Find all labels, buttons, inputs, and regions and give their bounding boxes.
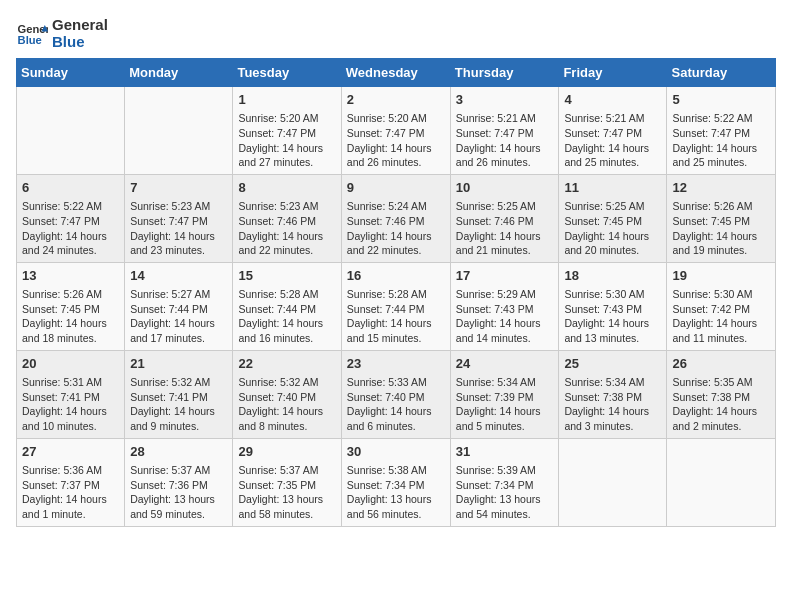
- calendar-cell: 8Sunrise: 5:23 AM Sunset: 7:46 PM Daylig…: [233, 174, 341, 262]
- svg-text:Blue: Blue: [18, 34, 42, 46]
- week-row-4: 20Sunrise: 5:31 AM Sunset: 7:41 PM Dayli…: [17, 350, 776, 438]
- calendar-cell: [17, 87, 125, 175]
- day-number: 8: [238, 179, 335, 197]
- calendar-cell: 16Sunrise: 5:28 AM Sunset: 7:44 PM Dayli…: [341, 262, 450, 350]
- calendar-cell: 14Sunrise: 5:27 AM Sunset: 7:44 PM Dayli…: [125, 262, 233, 350]
- day-number: 24: [456, 355, 554, 373]
- day-number: 30: [347, 443, 445, 461]
- calendar-cell: 15Sunrise: 5:28 AM Sunset: 7:44 PM Dayli…: [233, 262, 341, 350]
- cell-info: Sunrise: 5:38 AM Sunset: 7:34 PM Dayligh…: [347, 463, 445, 522]
- cell-info: Sunrise: 5:29 AM Sunset: 7:43 PM Dayligh…: [456, 287, 554, 346]
- calendar-cell: 29Sunrise: 5:37 AM Sunset: 7:35 PM Dayli…: [233, 438, 341, 526]
- day-number: 4: [564, 91, 661, 109]
- calendar-cell: 19Sunrise: 5:30 AM Sunset: 7:42 PM Dayli…: [667, 262, 776, 350]
- cell-info: Sunrise: 5:25 AM Sunset: 7:46 PM Dayligh…: [456, 199, 554, 258]
- day-number: 3: [456, 91, 554, 109]
- cell-info: Sunrise: 5:23 AM Sunset: 7:47 PM Dayligh…: [130, 199, 227, 258]
- cell-info: Sunrise: 5:35 AM Sunset: 7:38 PM Dayligh…: [672, 375, 770, 434]
- calendar-cell: 10Sunrise: 5:25 AM Sunset: 7:46 PM Dayli…: [450, 174, 559, 262]
- day-number: 13: [22, 267, 119, 285]
- cell-info: Sunrise: 5:37 AM Sunset: 7:35 PM Dayligh…: [238, 463, 335, 522]
- cell-info: Sunrise: 5:30 AM Sunset: 7:42 PM Dayligh…: [672, 287, 770, 346]
- cell-info: Sunrise: 5:32 AM Sunset: 7:41 PM Dayligh…: [130, 375, 227, 434]
- calendar-cell: 2Sunrise: 5:20 AM Sunset: 7:47 PM Daylig…: [341, 87, 450, 175]
- cell-info: Sunrise: 5:22 AM Sunset: 7:47 PM Dayligh…: [672, 111, 770, 170]
- calendar-cell: 25Sunrise: 5:34 AM Sunset: 7:38 PM Dayli…: [559, 350, 667, 438]
- day-number: 25: [564, 355, 661, 373]
- day-number: 19: [672, 267, 770, 285]
- logo-general: General: [52, 16, 108, 33]
- logo-icon: General Blue: [16, 17, 48, 49]
- week-row-3: 13Sunrise: 5:26 AM Sunset: 7:45 PM Dayli…: [17, 262, 776, 350]
- cell-info: Sunrise: 5:20 AM Sunset: 7:47 PM Dayligh…: [347, 111, 445, 170]
- day-number: 22: [238, 355, 335, 373]
- calendar-cell: [559, 438, 667, 526]
- calendar-cell: 20Sunrise: 5:31 AM Sunset: 7:41 PM Dayli…: [17, 350, 125, 438]
- calendar-cell: 12Sunrise: 5:26 AM Sunset: 7:45 PM Dayli…: [667, 174, 776, 262]
- day-number: 28: [130, 443, 227, 461]
- cell-info: Sunrise: 5:22 AM Sunset: 7:47 PM Dayligh…: [22, 199, 119, 258]
- week-row-2: 6Sunrise: 5:22 AM Sunset: 7:47 PM Daylig…: [17, 174, 776, 262]
- cell-info: Sunrise: 5:32 AM Sunset: 7:40 PM Dayligh…: [238, 375, 335, 434]
- calendar-cell: 22Sunrise: 5:32 AM Sunset: 7:40 PM Dayli…: [233, 350, 341, 438]
- day-number: 1: [238, 91, 335, 109]
- day-number: 31: [456, 443, 554, 461]
- logo: General Blue General Blue: [16, 16, 108, 50]
- calendar-cell: 4Sunrise: 5:21 AM Sunset: 7:47 PM Daylig…: [559, 87, 667, 175]
- day-number: 23: [347, 355, 445, 373]
- cell-info: Sunrise: 5:37 AM Sunset: 7:36 PM Dayligh…: [130, 463, 227, 522]
- calendar-cell: [125, 87, 233, 175]
- cell-info: Sunrise: 5:21 AM Sunset: 7:47 PM Dayligh…: [564, 111, 661, 170]
- cell-info: Sunrise: 5:39 AM Sunset: 7:34 PM Dayligh…: [456, 463, 554, 522]
- day-number: 21: [130, 355, 227, 373]
- calendar-cell: 23Sunrise: 5:33 AM Sunset: 7:40 PM Dayli…: [341, 350, 450, 438]
- weekday-header-friday: Friday: [559, 59, 667, 87]
- day-number: 29: [238, 443, 335, 461]
- cell-info: Sunrise: 5:27 AM Sunset: 7:44 PM Dayligh…: [130, 287, 227, 346]
- calendar-cell: 26Sunrise: 5:35 AM Sunset: 7:38 PM Dayli…: [667, 350, 776, 438]
- calendar-table: SundayMondayTuesdayWednesdayThursdayFrid…: [16, 58, 776, 527]
- cell-info: Sunrise: 5:23 AM Sunset: 7:46 PM Dayligh…: [238, 199, 335, 258]
- cell-info: Sunrise: 5:34 AM Sunset: 7:39 PM Dayligh…: [456, 375, 554, 434]
- calendar-cell: 9Sunrise: 5:24 AM Sunset: 7:46 PM Daylig…: [341, 174, 450, 262]
- weekday-header-sunday: Sunday: [17, 59, 125, 87]
- day-number: 17: [456, 267, 554, 285]
- calendar-cell: 18Sunrise: 5:30 AM Sunset: 7:43 PM Dayli…: [559, 262, 667, 350]
- calendar-cell: 5Sunrise: 5:22 AM Sunset: 7:47 PM Daylig…: [667, 87, 776, 175]
- day-number: 18: [564, 267, 661, 285]
- day-number: 6: [22, 179, 119, 197]
- calendar-cell: 6Sunrise: 5:22 AM Sunset: 7:47 PM Daylig…: [17, 174, 125, 262]
- day-number: 9: [347, 179, 445, 197]
- day-number: 27: [22, 443, 119, 461]
- cell-info: Sunrise: 5:36 AM Sunset: 7:37 PM Dayligh…: [22, 463, 119, 522]
- cell-info: Sunrise: 5:21 AM Sunset: 7:47 PM Dayligh…: [456, 111, 554, 170]
- weekday-header-tuesday: Tuesday: [233, 59, 341, 87]
- cell-info: Sunrise: 5:20 AM Sunset: 7:47 PM Dayligh…: [238, 111, 335, 170]
- cell-info: Sunrise: 5:26 AM Sunset: 7:45 PM Dayligh…: [22, 287, 119, 346]
- day-number: 11: [564, 179, 661, 197]
- day-number: 10: [456, 179, 554, 197]
- calendar-cell: 7Sunrise: 5:23 AM Sunset: 7:47 PM Daylig…: [125, 174, 233, 262]
- cell-info: Sunrise: 5:24 AM Sunset: 7:46 PM Dayligh…: [347, 199, 445, 258]
- day-number: 5: [672, 91, 770, 109]
- week-row-5: 27Sunrise: 5:36 AM Sunset: 7:37 PM Dayli…: [17, 438, 776, 526]
- cell-info: Sunrise: 5:28 AM Sunset: 7:44 PM Dayligh…: [238, 287, 335, 346]
- cell-info: Sunrise: 5:30 AM Sunset: 7:43 PM Dayligh…: [564, 287, 661, 346]
- calendar-cell: 30Sunrise: 5:38 AM Sunset: 7:34 PM Dayli…: [341, 438, 450, 526]
- calendar-cell: 21Sunrise: 5:32 AM Sunset: 7:41 PM Dayli…: [125, 350, 233, 438]
- day-number: 14: [130, 267, 227, 285]
- calendar-cell: 13Sunrise: 5:26 AM Sunset: 7:45 PM Dayli…: [17, 262, 125, 350]
- weekday-header-thursday: Thursday: [450, 59, 559, 87]
- weekday-header-row: SundayMondayTuesdayWednesdayThursdayFrid…: [17, 59, 776, 87]
- calendar-cell: 3Sunrise: 5:21 AM Sunset: 7:47 PM Daylig…: [450, 87, 559, 175]
- calendar-cell: [667, 438, 776, 526]
- calendar-cell: 1Sunrise: 5:20 AM Sunset: 7:47 PM Daylig…: [233, 87, 341, 175]
- day-number: 12: [672, 179, 770, 197]
- day-number: 20: [22, 355, 119, 373]
- weekday-header-monday: Monday: [125, 59, 233, 87]
- calendar-cell: 24Sunrise: 5:34 AM Sunset: 7:39 PM Dayli…: [450, 350, 559, 438]
- calendar-cell: 31Sunrise: 5:39 AM Sunset: 7:34 PM Dayli…: [450, 438, 559, 526]
- day-number: 15: [238, 267, 335, 285]
- calendar-cell: 27Sunrise: 5:36 AM Sunset: 7:37 PM Dayli…: [17, 438, 125, 526]
- cell-info: Sunrise: 5:26 AM Sunset: 7:45 PM Dayligh…: [672, 199, 770, 258]
